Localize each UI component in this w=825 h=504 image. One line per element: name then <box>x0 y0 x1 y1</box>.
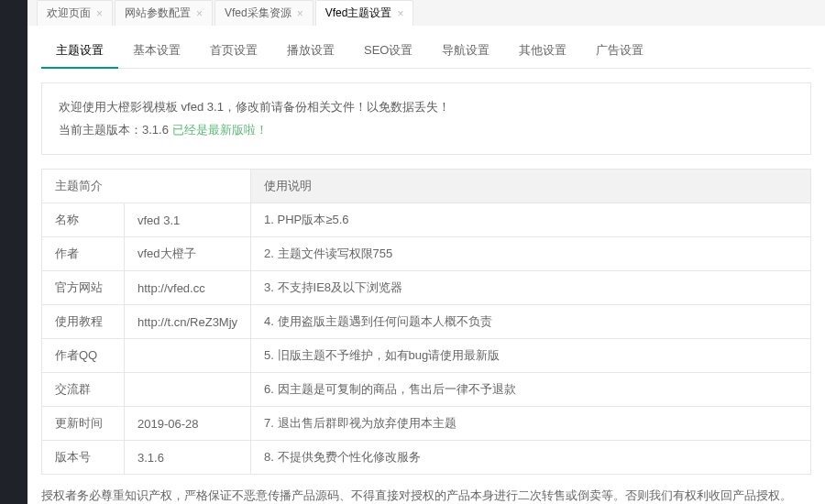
sub-tabs: 主题设置基本设置首页设置播放设置SEO设置导航设置其他设置广告设置 <box>41 33 811 69</box>
sub-tab-7[interactable]: 广告设置 <box>581 33 658 68</box>
row-link[interactable]: http://t.cn/ReZ3Mjy <box>138 315 237 329</box>
top-tab-label: 欢迎页面 <box>47 5 91 21</box>
row-usage: 1. PHP版本≥5.6 <box>251 203 811 237</box>
row-label: 更新时间 <box>42 407 125 441</box>
close-icon[interactable]: × <box>297 8 303 19</box>
table-row: 使用教程http://t.cn/ReZ3Mjy4. 使用盗版主题遇到任何问题本人… <box>42 305 811 339</box>
row-label: 版本号 <box>42 441 125 475</box>
notice-box: 欢迎使用大橙影视模板 vfed 3.1，修改前请备份相关文件！以免数据丢失！ 当… <box>41 82 811 155</box>
sub-tab-2[interactable]: 首页设置 <box>195 33 272 68</box>
row-label: 作者 <box>42 237 125 271</box>
top-tabs: 欢迎页面×网站参数配置×Vfed采集资源×Vfed主题设置× <box>28 0 825 26</box>
row-value[interactable]: http://vfed.cc <box>125 271 251 305</box>
row-usage: 6. 因主题是可复制的商品，售出后一律不予退款 <box>251 373 811 407</box>
left-sidebar <box>0 0 28 504</box>
row-value: vfed 3.1 <box>125 203 251 237</box>
sub-tab-4[interactable]: SEO设置 <box>349 33 427 68</box>
row-usage: 5. 旧版主题不予维护，如有bug请使用最新版 <box>251 339 811 373</box>
row-usage: 3. 不支持IE8及以下浏览器 <box>251 271 811 305</box>
row-value: 3.1.6 <box>125 441 251 475</box>
top-tab-3[interactable]: Vfed主题设置× <box>315 0 414 26</box>
row-label: 交流群 <box>42 373 125 407</box>
table-row: 交流群6. 因主题是可复制的商品，售出后一律不予退款 <box>42 373 811 407</box>
row-usage: 4. 使用盗版主题遇到任何问题本人概不负责 <box>251 305 811 339</box>
notice-version-prefix: 当前主题版本：3.1.6 <box>59 123 172 137</box>
sub-tab-5[interactable]: 导航设置 <box>427 33 504 68</box>
top-tab-label: Vfed采集资源 <box>225 5 292 21</box>
table-row: 版本号3.1.68. 不提供免费个性化修改服务 <box>42 441 811 475</box>
sub-tab-1[interactable]: 基本设置 <box>118 33 195 68</box>
table-row: 官方网站http://vfed.cc3. 不支持IE8及以下浏览器 <box>42 271 811 305</box>
content-area: 主题设置基本设置首页设置播放设置SEO设置导航设置其他设置广告设置 欢迎使用大橙… <box>28 26 825 504</box>
table-row: 名称vfed 3.11. PHP版本≥5.6 <box>42 203 811 237</box>
row-label: 名称 <box>42 203 125 237</box>
footer-note: 授权者务必尊重知识产权，严格保证不恶意传播产品源码、不得直接对授权的产品本身进行… <box>41 475 811 504</box>
row-usage: 2. 主题文件读写权限755 <box>251 237 811 271</box>
top-tab-0[interactable]: 欢迎页面× <box>37 0 113 26</box>
row-label: 作者QQ <box>42 339 125 373</box>
top-tab-label: 网站参数配置 <box>125 5 191 21</box>
sub-tab-3[interactable]: 播放设置 <box>272 33 349 68</box>
row-value[interactable]: http://t.cn/ReZ3Mjy <box>125 305 251 339</box>
sub-tab-6[interactable]: 其他设置 <box>504 33 581 68</box>
top-tab-label: Vfed主题设置 <box>325 5 392 21</box>
theme-info-table: 主题简介 使用说明 名称vfed 3.11. PHP版本≥5.6作者vfed大橙… <box>41 169 811 475</box>
row-link[interactable]: http://vfed.cc <box>138 281 205 295</box>
close-icon[interactable]: × <box>96 8 103 19</box>
table-header-intro: 主题简介 <box>42 170 251 203</box>
table-row: 更新时间2019-06-287. 退出售后群即视为放弃使用本主题 <box>42 407 811 441</box>
row-value: vfed大橙子 <box>125 237 251 271</box>
row-value: 2019-06-28 <box>125 407 251 441</box>
row-usage: 7. 退出售后群即视为放弃使用本主题 <box>251 407 811 441</box>
row-label: 使用教程 <box>42 305 125 339</box>
sub-tab-0[interactable]: 主题设置 <box>41 33 118 68</box>
row-value <box>125 339 251 373</box>
notice-line1: 欢迎使用大橙影视模板 vfed 3.1，修改前请备份相关文件！以免数据丢失！ <box>59 96 794 119</box>
row-label: 官方网站 <box>42 271 125 305</box>
top-tab-2[interactable]: Vfed采集资源× <box>214 0 314 26</box>
row-value <box>125 373 251 407</box>
table-row: 作者vfed大橙子2. 主题文件读写权限755 <box>42 237 811 271</box>
notice-version-latest: 已经是最新版啦！ <box>172 123 268 137</box>
table-header-usage: 使用说明 <box>251 170 811 203</box>
table-row: 作者QQ5. 旧版主题不予维护，如有bug请使用最新版 <box>42 339 811 373</box>
row-usage: 8. 不提供免费个性化修改服务 <box>251 441 811 475</box>
top-tab-1[interactable]: 网站参数配置× <box>115 0 213 26</box>
close-icon[interactable]: × <box>196 8 203 19</box>
close-icon[interactable]: × <box>397 8 403 19</box>
notice-line2: 当前主题版本：3.1.6 已经是最新版啦！ <box>59 119 794 142</box>
